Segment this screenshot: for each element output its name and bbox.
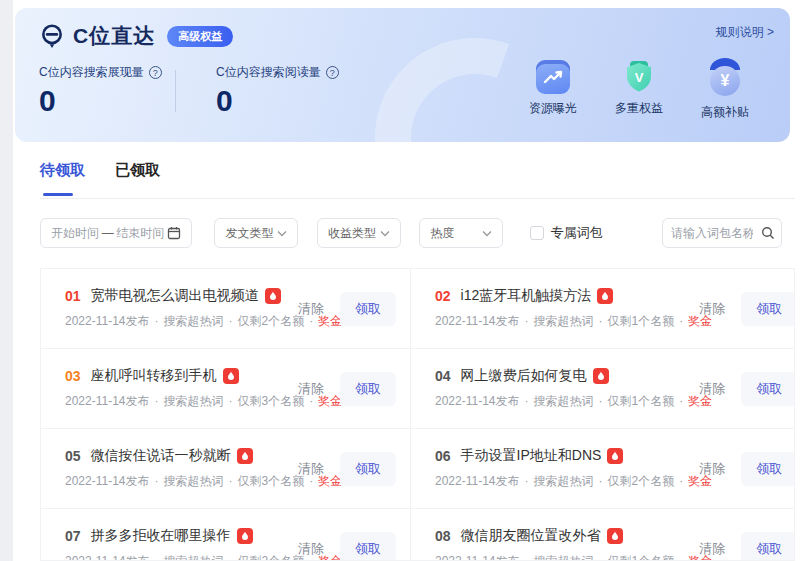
chevron-down-icon (482, 230, 492, 237)
search-input[interactable] (671, 226, 753, 240)
stat-impressions: C位内容搜索展现量 ? 0 (39, 64, 162, 117)
word-pack-list: 01 宽带电视怎么调出电视频道 2022-11-14发布·搜索超热词·仅剩2个名… (40, 268, 795, 561)
checkbox[interactable] (530, 226, 544, 240)
clear-link[interactable]: 清除 (298, 540, 324, 558)
claim-button[interactable]: 领取 (340, 532, 396, 561)
feature-benefits: V 多重权益 (608, 60, 670, 121)
stat-reads: C位内容搜索阅读量 ? 0 (216, 64, 339, 117)
hot-fire-icon (237, 448, 253, 464)
claim-button[interactable]: 领取 (340, 372, 396, 406)
cwei-pin-icon (39, 23, 65, 49)
word-pack-item-2: 02 i12蓝牙耳机触摸方法 2022-11-14发布·搜索超热词·仅剩1个名额… (411, 269, 795, 349)
hot-tag: 搜索超热词 (164, 474, 224, 488)
premium-badge: 高级权益 (167, 26, 233, 47)
rank-number: 03 (65, 368, 81, 384)
heat-select[interactable]: 热度 (419, 218, 503, 248)
hot-fire-icon (265, 288, 281, 304)
claim-button[interactable]: 领取 (340, 452, 396, 486)
hot-tag: 搜索超热词 (534, 474, 594, 488)
page-left-gutter (0, 0, 13, 561)
hot-fire-icon (607, 448, 623, 464)
feature-exposure: 资源曝光 (522, 60, 584, 121)
search-icon[interactable] (761, 226, 775, 240)
word-pack-item-1: 01 宽带电视怎么调出电视频道 2022-11-14发布·搜索超热词·仅剩2个名… (41, 269, 411, 349)
publish-date: 2022-11-14发布 (435, 394, 520, 408)
word-pack-title: 微信朋友圈位置改外省 (461, 527, 601, 545)
hot-fire-icon (597, 288, 613, 304)
date-end-placeholder: 结束时间 (116, 225, 164, 242)
feature-benefits-label: 多重权益 (615, 100, 663, 117)
clear-link[interactable]: 清除 (699, 460, 725, 478)
exclusive-pack-label: 专属词包 (551, 224, 603, 242)
rank-number: 01 (65, 288, 81, 304)
clear-link[interactable]: 清除 (699, 380, 725, 398)
publish-date: 2022-11-14发布 (65, 474, 150, 488)
stat-impressions-label: C位内容搜索展现量 (39, 64, 144, 81)
trend-chart-icon (536, 60, 570, 94)
clear-link[interactable]: 清除 (699, 540, 725, 558)
rules-link[interactable]: 规则说明 > (716, 24, 774, 41)
publish-date: 2022-11-14发布 (435, 474, 520, 488)
quota-remaining: 仅剩3个名额 (238, 474, 305, 488)
tab-pending[interactable]: 待领取 (40, 161, 85, 180)
page-title: C位直达 (73, 22, 155, 50)
quota-remaining: 仅剩2个名额 (238, 314, 305, 328)
clear-link[interactable]: 清除 (699, 300, 725, 318)
claim-button[interactable]: 领取 (741, 532, 795, 561)
hot-tag: 搜索超热词 (534, 554, 594, 561)
claim-button[interactable]: 领取 (741, 372, 795, 406)
rank-number: 02 (435, 288, 451, 304)
publish-date: 2022-11-14发布 (65, 314, 150, 328)
stat-divider (175, 70, 176, 112)
help-icon[interactable]: ? (149, 66, 162, 79)
hot-tag: 搜索超热词 (164, 394, 224, 408)
claim-button[interactable]: 领取 (340, 292, 396, 326)
heat-label: 热度 (430, 225, 454, 242)
clear-link[interactable]: 清除 (298, 460, 324, 478)
help-icon[interactable]: ? (326, 66, 339, 79)
clear-link[interactable]: 清除 (298, 300, 324, 318)
hot-tag: 搜索超热词 (164, 314, 224, 328)
word-pack-title: 宽带电视怎么调出电视频道 (91, 287, 259, 305)
chevron-down-icon (380, 230, 390, 237)
filter-bar: 开始时间 — 结束时间 发文类型 收益类型 热度 专属词包 (40, 218, 795, 248)
cwei-banner: C位直达 高级权益 规则说明 > C位内容搜索展现量 ? 0 C位内容搜索阅读量… (15, 8, 790, 142)
clear-link[interactable]: 清除 (298, 380, 324, 398)
quota-remaining: 仅剩2个名额 (608, 474, 675, 488)
hot-tag: 搜索超热词 (534, 314, 594, 328)
rank-number: 05 (65, 448, 81, 464)
rank-number: 07 (65, 528, 81, 544)
publish-date: 2022-11-14发布 (435, 554, 520, 561)
word-pack-item-7: 07 拼多多拒收在哪里操作 2022-11-14发布·搜索超热词·仅剩2个名额·… (41, 509, 411, 561)
hot-tag: 搜索超热词 (164, 554, 224, 561)
word-pack-item-8: 08 微信朋友圈位置改外省 2022-11-14发布·搜索超热词·仅剩1个名额·… (411, 509, 795, 561)
stat-reads-label: C位内容搜索阅读量 (216, 64, 321, 81)
feature-subsidy-label: 高额补贴 (701, 104, 749, 121)
income-type-select[interactable]: 收益类型 (317, 218, 401, 248)
date-range-picker[interactable]: 开始时间 — 结束时间 (40, 218, 192, 248)
word-pack-title: 拼多多拒收在哪里操作 (91, 527, 231, 545)
quota-remaining: 仅剩1个名额 (608, 554, 675, 561)
post-type-label: 发文类型 (225, 225, 273, 242)
quota-remaining: 仅剩3个名额 (238, 394, 305, 408)
claim-button[interactable]: 领取 (741, 452, 795, 486)
hot-tag: 搜索超热词 (534, 394, 594, 408)
claim-button[interactable]: 领取 (741, 292, 795, 326)
stat-impressions-value: 0 (39, 84, 162, 117)
post-type-select[interactable]: 发文类型 (214, 218, 298, 248)
hot-fire-icon (223, 368, 239, 384)
date-start-placeholder: 开始时间 (51, 225, 99, 242)
quota-remaining: 仅剩1个名额 (608, 314, 675, 328)
banner-header: C位直达 高级权益 (39, 22, 233, 50)
coin-yuan-icon: ¥ (708, 60, 742, 98)
publish-date: 2022-11-14发布 (65, 394, 150, 408)
word-pack-item-6: 06 手动设置IP地址和DNS 2022-11-14发布·搜索超热词·仅剩2个名… (411, 429, 795, 509)
tab-bar: 待领取 已领取 (40, 161, 160, 180)
exclusive-pack-checkbox-group[interactable]: 专属词包 (530, 218, 603, 248)
tab-claimed[interactable]: 已领取 (115, 161, 160, 180)
publish-date: 2022-11-14发布 (65, 554, 150, 561)
hot-fire-icon (607, 528, 623, 544)
svg-text:V: V (635, 70, 644, 85)
active-tab-underline (43, 193, 73, 196)
word-pack-title: i12蓝牙耳机触摸方法 (461, 287, 592, 305)
